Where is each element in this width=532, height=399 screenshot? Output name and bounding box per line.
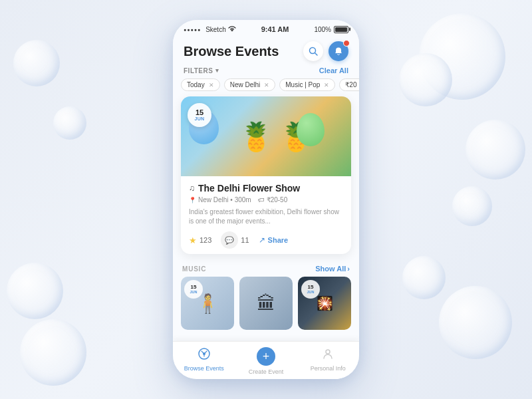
thumb-lights-icon: 🎇: [317, 295, 333, 311]
event-description: India's greatest flower exhibition, Delh…: [189, 207, 343, 226]
page-header: Browse Events: [173, 36, 359, 65]
comment-count: 11: [241, 236, 249, 244]
music-section-header: MUSIC Show All ›: [173, 262, 359, 277]
event-location-text: New Delhi • 300m: [198, 196, 251, 203]
status-left: ●●●●● Sketch: [184, 25, 236, 33]
music-note-icon: ♫: [189, 184, 195, 193]
thumb-date-badge-1: 15 JUN: [184, 280, 203, 299]
scrollable-content: Browse Events FILTERS ▾ Clear All: [173, 36, 359, 379]
bg-decor-circle-4: [452, 186, 492, 226]
price-icon: 🏷: [258, 196, 265, 203]
star-action[interactable]: ★ 123: [189, 235, 211, 245]
share-icon: ↗: [259, 235, 265, 245]
comment-icon: 💬: [221, 231, 238, 249]
nav-personal-label: Personal Info: [311, 365, 346, 372]
personal-info-icon: [321, 347, 334, 364]
event-actions: ★ 123 💬 11 ↗ Share: [189, 231, 343, 249]
filter-tag-today-label: Today: [187, 81, 205, 88]
event-date-mon: JUN: [195, 116, 205, 121]
thumb-building-icon: 🏛: [257, 293, 275, 315]
status-bar: ●●●●● Sketch 9:41 AM 100%: [173, 20, 359, 36]
app-name-label: Sketch: [205, 26, 226, 33]
create-event-icon: +: [257, 347, 275, 366]
filter-tag-new-delhi-remove[interactable]: ✕: [264, 82, 269, 88]
header-actions: [303, 41, 348, 61]
bell-icon: [334, 47, 343, 56]
filter-tag-new-delhi[interactable]: New Delhi ✕: [224, 78, 276, 91]
search-icon: [309, 47, 318, 56]
filter-tag-price-label: ₹20: [345, 81, 356, 88]
nav-create-label: Create Event: [249, 368, 284, 375]
event-price: 🏷 ₹20-50: [258, 196, 288, 203]
svg-point-3: [326, 350, 330, 354]
battery-icon: [334, 26, 348, 33]
music-thumb-3[interactable]: 🎇 15 JUN: [298, 277, 351, 330]
nav-browse-label: Browse Events: [184, 365, 224, 372]
status-time: 9:41 AM: [261, 25, 289, 33]
filters-label: FILTERS ▾: [184, 67, 219, 74]
bg-decor-circle-10: [7, 263, 63, 319]
chevron-right-icon: ›: [347, 265, 350, 273]
bg-decor-circle-2: [399, 53, 452, 106]
filter-tag-music-pop-label: Music | Pop: [285, 81, 320, 88]
event-date-num: 15: [196, 109, 203, 116]
clear-all-button[interactable]: Clear All: [319, 66, 348, 74]
bg-decor-circle-5: [439, 286, 512, 359]
filter-tag-new-delhi-label: New Delhi: [230, 81, 261, 88]
notification-button[interactable]: [329, 41, 348, 61]
event-date-badge: 15 JUN: [188, 103, 211, 127]
notification-badge: [343, 40, 350, 47]
filter-tag-price[interactable]: ₹20 ✕: [339, 78, 359, 91]
bg-decor-circle-9: [53, 106, 86, 140]
thumb-date-badge-3: 15 JUN: [301, 280, 320, 299]
music-thumb-1[interactable]: 🧍 15 JUN: [181, 277, 234, 330]
event-title-row: ♫ The Delhi Flower Show: [189, 183, 343, 194]
search-button[interactable]: [303, 41, 323, 61]
star-count: 123: [200, 236, 211, 244]
music-section-label: MUSIC: [182, 265, 206, 273]
filter-chevron-icon: ▾: [215, 67, 219, 74]
comment-action[interactable]: 💬 11: [221, 231, 249, 249]
bg-decor-circle-8: [13, 40, 60, 86]
event-body: ♫ The Delhi Flower Show 📍 New Delhi • 30…: [181, 176, 351, 254]
show-all-button[interactable]: Show All ›: [315, 265, 350, 273]
filter-tag-music-pop-remove[interactable]: ✕: [324, 82, 329, 88]
bg-decor-circle-3: [466, 120, 525, 180]
status-right: 100%: [314, 26, 348, 33]
nav-create-event[interactable]: + Create Event: [235, 347, 297, 375]
bg-decor-circle-7: [20, 319, 86, 386]
location-icon: 📍: [189, 197, 196, 203]
filter-tag-today-remove[interactable]: ✕: [209, 82, 214, 88]
balloon-green: [297, 113, 325, 146]
event-location: 📍 New Delhi • 300m: [189, 196, 251, 203]
filter-tags-container: Today ✕ New Delhi ✕ Music | Pop ✕ ₹20 ✕: [173, 78, 359, 96]
music-thumb-2[interactable]: 🏛: [239, 277, 293, 330]
share-button[interactable]: ↗ Share: [259, 235, 289, 245]
star-icon: ★: [189, 235, 197, 245]
nav-browse-events[interactable]: Browse Events: [173, 347, 235, 375]
filters-row: FILTERS ▾ Clear All: [173, 65, 359, 78]
signal-dots: ●●●●●: [184, 27, 201, 32]
svg-line-1: [315, 53, 318, 56]
event-meta: 📍 New Delhi • 300m 🏷 ₹20-50: [189, 196, 343, 203]
browse-events-icon: [198, 347, 211, 364]
battery-pct: 100%: [314, 26, 331, 33]
share-label: Share: [268, 236, 289, 244]
filter-tag-music-pop[interactable]: Music | Pop ✕: [279, 78, 335, 91]
bg-decor-circle-6: [402, 256, 446, 299]
event-title: The Delhi Flower Show: [198, 183, 300, 194]
page-title: Browse Events: [184, 44, 279, 59]
bottom-navigation: Browse Events + Create Event Personal In…: [173, 341, 359, 379]
nav-personal-info[interactable]: Personal Info: [297, 347, 359, 375]
phone-shell: ●●●●● Sketch 9:41 AM 100% Browse Events: [173, 20, 359, 379]
filter-tag-today[interactable]: Today ✕: [181, 78, 220, 91]
main-event-card[interactable]: 🍍 🍍 15 JUN ♫ The Delhi Flower Show: [181, 96, 351, 254]
wifi-icon: [228, 25, 236, 33]
event-price-text: ₹20-50: [267, 196, 288, 203]
event-image: 🍍 🍍 15 JUN: [181, 96, 351, 176]
